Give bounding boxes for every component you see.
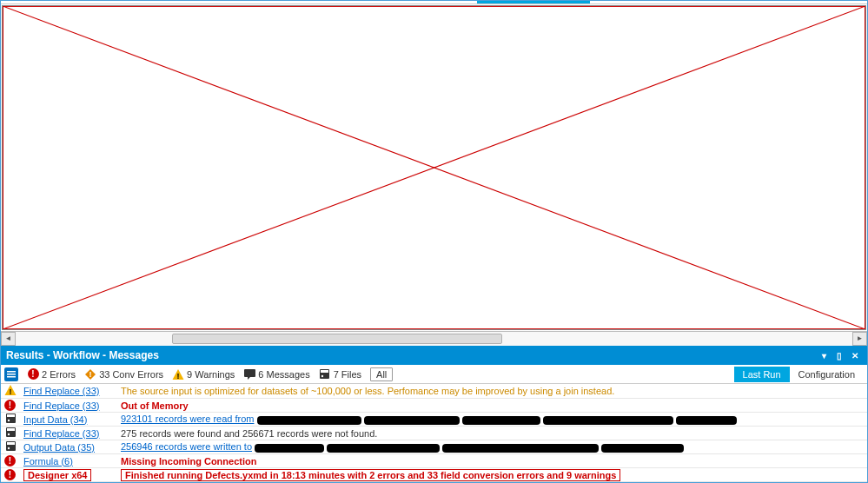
filter-list-view[interactable] (4, 367, 18, 381)
message-row: !Find Replace (33)Out of Memory (1, 399, 867, 413)
files-icon (319, 368, 331, 380)
svg-rect-4 (7, 374, 16, 375)
svg-point-14 (321, 375, 323, 377)
panel-close-icon[interactable]: ✕ (848, 348, 862, 362)
svg-text:!: ! (89, 370, 92, 379)
filter-label: 6 Messages (258, 369, 309, 380)
filter-errors[interactable]: ! 2 Errors (27, 368, 76, 380)
message-row: Output Data (35)256946 records were writ… (1, 440, 867, 454)
svg-rect-21 (7, 428, 15, 431)
redacted-text (255, 444, 324, 453)
message-icon (243, 368, 255, 380)
filter-label: 33 Conv Errors (99, 369, 163, 380)
svg-text:!: ! (177, 372, 180, 380)
filter-label: 2 Errors (42, 369, 76, 380)
svg-rect-18 (7, 414, 15, 417)
conv-error-icon: ! (84, 368, 96, 380)
filter-label: 7 Files (334, 369, 361, 380)
tool-link[interactable]: Output Data (35) (23, 442, 95, 453)
tab-last-run[interactable]: Last Run (734, 367, 790, 382)
message-text: Out of Memory (121, 400, 189, 411)
error-icon: ! (28, 368, 39, 380)
save-icon (4, 427, 17, 440)
message-text[interactable]: 256946 records were written to (121, 441, 252, 452)
svg-point-22 (7, 433, 9, 435)
scroll-left-button[interactable]: ◄ (1, 332, 16, 346)
workflow-canvas[interactable] (2, 5, 866, 330)
redacted-text (601, 444, 684, 453)
top-tab-strip (1, 1, 867, 4)
message-row: Find Replace (33)275 records were found … (1, 427, 867, 440)
results-message-list: !Find Replace (33)The source input is op… (1, 384, 867, 482)
svg-rect-10 (244, 369, 255, 377)
scroll-right-button[interactable]: ► (852, 332, 867, 346)
svg-rect-3 (7, 371, 16, 373)
redacted-text (462, 416, 540, 425)
svg-text:!: ! (10, 387, 12, 396)
svg-rect-13 (321, 370, 328, 373)
redacted-text (543, 416, 673, 425)
panel-pin-icon[interactable]: ▯ (832, 348, 846, 362)
tool-link[interactable]: Find Replace (33) (23, 386, 99, 396)
redacted-text (257, 416, 361, 425)
message-row: Input Data (34)923101 records were read … (1, 413, 867, 427)
svg-marker-11 (248, 376, 251, 380)
filter-messages[interactable]: 6 Messages (243, 368, 309, 380)
redacted-text (327, 444, 440, 453)
filter-conv-errors[interactable]: ! 33 Conv Errors (84, 368, 163, 380)
filter-warnings[interactable]: ! 9 Warnings (172, 368, 235, 380)
results-panel-title: Results - Workflow - Messages ▾ ▯ ✕ (1, 346, 867, 365)
scroll-track[interactable] (16, 332, 852, 346)
tool-link[interactable]: Find Replace (33) (23, 400, 99, 411)
redacted-text (676, 416, 737, 425)
message-row: !Designer x64Finished running Defects.yx… (1, 468, 867, 482)
error-icon: ! (4, 400, 16, 411)
tool-link[interactable]: Formula (6) (23, 456, 73, 466)
message-row: !Find Replace (33)The source input is op… (1, 384, 867, 399)
message-text[interactable]: 923101 records were read from (121, 414, 254, 424)
panel-title-text: Results - Workflow - Messages (6, 349, 159, 361)
filter-all-label: All (370, 367, 393, 381)
panel-dropdown-icon[interactable]: ▾ (817, 348, 831, 362)
filter-all[interactable]: All (370, 367, 393, 381)
tool-link[interactable]: Find Replace (33) (23, 428, 99, 439)
error-icon: ! (4, 469, 16, 480)
message-text: 275 records were found and 256671 record… (121, 428, 377, 439)
svg-rect-5 (7, 376, 16, 378)
error-icon: ! (4, 455, 16, 466)
message-row: !Formula (6)Missing Incoming Connection (1, 454, 867, 468)
redacted-text (442, 444, 599, 453)
svg-point-19 (7, 420, 9, 421)
finish-message: Finished running Defects.yxmd in 18:13 m… (121, 469, 620, 481)
save-icon (4, 440, 17, 453)
app-name: Designer x64 (23, 469, 91, 481)
warning-icon: ! (4, 384, 17, 398)
tab-configuration[interactable]: Configuration (790, 367, 864, 382)
results-filter-bar: ! 2 Errors ! 33 Conv Errors ! 9 Warnings… (1, 365, 867, 384)
message-text: The source input is optimized for datase… (121, 386, 614, 396)
warning-icon: ! (172, 368, 184, 380)
svg-point-25 (7, 447, 9, 449)
message-text: Missing Incoming Connection (121, 456, 256, 466)
filter-files[interactable]: 7 Files (319, 368, 361, 380)
svg-rect-24 (7, 442, 15, 445)
filter-label: 9 Warnings (187, 369, 235, 380)
scroll-thumb[interactable] (172, 334, 502, 344)
horizontal-scrollbar[interactable]: ◄ ► (1, 331, 867, 346)
tool-link[interactable]: Input Data (34) (23, 414, 87, 425)
list-icon (4, 367, 18, 381)
redacted-text (364, 416, 460, 425)
save-icon (4, 413, 17, 426)
